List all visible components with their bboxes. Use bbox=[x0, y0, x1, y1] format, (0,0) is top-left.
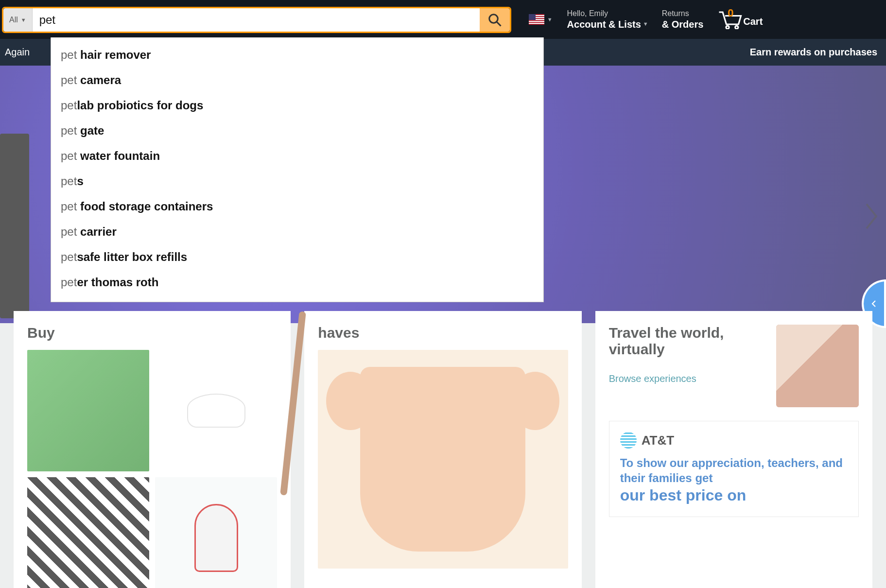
svg-line-1 bbox=[496, 22, 501, 26]
autocomplete-suggestion[interactable]: pet camera bbox=[51, 68, 543, 93]
suggestion-completion: safe litter box refills bbox=[77, 250, 187, 263]
top-nav: All ▼ ▼ Hello, Emily Account & Lists ▼ R… bbox=[0, 0, 886, 39]
suggestion-completion: gate bbox=[80, 124, 104, 137]
autocomplete-suggestion[interactable]: petlab probiotics for dogs bbox=[51, 93, 543, 118]
svg-point-2 bbox=[726, 26, 729, 29]
autocomplete-suggestion[interactable]: pet food storage containers bbox=[51, 194, 543, 219]
cart-label: Cart bbox=[743, 16, 763, 27]
nav-right: ▼ Hello, Emily Account & Lists ▼ Returns… bbox=[526, 6, 766, 33]
search-bar: All ▼ bbox=[2, 7, 511, 33]
product-thumb[interactable] bbox=[155, 477, 277, 588]
att-brand-text: AT&T bbox=[642, 433, 674, 448]
chevron-down-icon: ▼ bbox=[643, 21, 648, 27]
suggestion-completion: hair remover bbox=[80, 48, 151, 61]
returns-orders-link[interactable]: Returns & Orders bbox=[660, 6, 706, 33]
subnav-item-again[interactable]: Again bbox=[5, 47, 30, 58]
search-category-dropdown[interactable]: All ▼ bbox=[3, 8, 33, 32]
cart-link[interactable]: 0 Cart bbox=[715, 7, 765, 32]
search-button[interactable] bbox=[480, 8, 510, 32]
card-title: Travel the world, virtually bbox=[609, 325, 767, 358]
returns-label-1: Returns bbox=[662, 9, 704, 18]
card-title: Buy bbox=[27, 325, 277, 341]
svg-point-3 bbox=[735, 26, 738, 29]
suggestion-completion: carrier bbox=[80, 225, 117, 238]
att-ad[interactable]: AT&T To show our appreciation, teachers,… bbox=[609, 421, 859, 517]
autocomplete-suggestion[interactable]: pet hair remover bbox=[51, 42, 543, 68]
product-thumb[interactable] bbox=[27, 477, 149, 588]
autocomplete-suggestion[interactable]: pet carrier bbox=[51, 219, 543, 244]
us-flag-icon bbox=[529, 14, 544, 25]
carousel-next-button[interactable] bbox=[857, 187, 886, 245]
browse-experiences-link[interactable]: Browse experiences bbox=[609, 373, 696, 384]
suggestion-prefix: pet bbox=[61, 124, 80, 137]
suggestion-completion: water fountain bbox=[80, 149, 160, 162]
suggestion-prefix: pet bbox=[61, 174, 77, 188]
card-travel-virtually: Travel the world, virtually Browse exper… bbox=[595, 311, 872, 588]
account-menu[interactable]: Hello, Emily Account & Lists ▼ bbox=[565, 6, 650, 33]
card-buy-again: Buy bbox=[14, 311, 291, 588]
svg-point-0 bbox=[489, 15, 498, 23]
product-thumb[interactable] bbox=[27, 350, 149, 471]
ad-line-2: our best price on bbox=[620, 485, 848, 506]
suggestion-completion: lab probiotics for dogs bbox=[77, 99, 203, 112]
search-input[interactable] bbox=[33, 8, 480, 32]
autocomplete-suggestion[interactable]: pet water fountain bbox=[51, 143, 543, 169]
suggestion-prefix: pet bbox=[61, 225, 80, 238]
suggestion-completion: s bbox=[77, 174, 83, 188]
chevron-left-icon bbox=[869, 299, 878, 308]
suggestion-completion: food storage containers bbox=[80, 200, 213, 213]
cards-row: Buy haves Travel the world, virtually Br… bbox=[0, 311, 886, 588]
search-category-label: All bbox=[9, 16, 18, 24]
att-logo: AT&T bbox=[620, 432, 848, 449]
subnav-promo[interactable]: Earn rewards on purchases bbox=[750, 47, 881, 58]
account-lists-label: Account & Lists bbox=[567, 18, 641, 30]
suggestion-completion: camera bbox=[80, 73, 121, 86]
greeting-text: Hello, Emily bbox=[567, 9, 648, 18]
autocomplete-suggestion[interactable]: petsafe litter box refills bbox=[51, 244, 543, 270]
suggestion-prefix: pet bbox=[61, 200, 80, 213]
suggestion-prefix: pet bbox=[61, 149, 80, 162]
ad-line-1: To show our appreciation, teachers, and … bbox=[620, 455, 848, 485]
suggestion-prefix: pet bbox=[61, 250, 77, 263]
suggestion-prefix: pet bbox=[61, 73, 80, 86]
card-title: haves bbox=[318, 325, 568, 341]
product-thumb[interactable] bbox=[155, 350, 277, 471]
card-must-haves: haves bbox=[304, 311, 581, 588]
chevron-right-icon bbox=[864, 202, 879, 231]
locale-selector[interactable]: ▼ bbox=[526, 10, 556, 29]
suggestion-prefix: pet bbox=[61, 48, 80, 61]
autocomplete-suggestion[interactable]: pet gate bbox=[51, 118, 543, 143]
search-autocomplete: pet hair removerpet camerapetlab probiot… bbox=[51, 37, 544, 302]
chevron-down-icon: ▼ bbox=[547, 17, 553, 22]
returns-label-2: & Orders bbox=[662, 18, 704, 30]
cart-count: 0 bbox=[728, 7, 733, 19]
suggestion-prefix: pet bbox=[61, 99, 77, 112]
chevron-down-icon: ▼ bbox=[21, 17, 26, 23]
suggestion-completion: er thomas roth bbox=[77, 276, 158, 289]
product-image bbox=[0, 134, 29, 318]
suggestion-prefix: pet bbox=[61, 276, 77, 289]
autocomplete-suggestion[interactable]: pets bbox=[51, 169, 543, 194]
autocomplete-suggestion[interactable]: peter thomas roth bbox=[51, 270, 543, 295]
thumb-grid bbox=[27, 350, 277, 588]
product-image[interactable] bbox=[318, 350, 568, 569]
att-globe-icon bbox=[620, 432, 637, 449]
search-icon bbox=[487, 13, 502, 27]
promo-image bbox=[776, 325, 859, 407]
